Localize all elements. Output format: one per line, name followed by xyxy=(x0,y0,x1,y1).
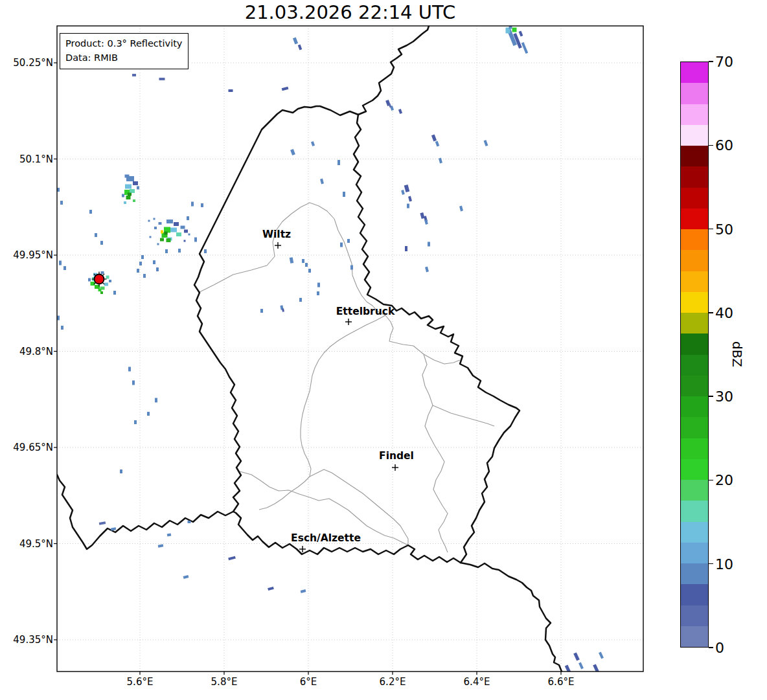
radar-site-marker xyxy=(95,275,104,284)
x-axis-tick-label: 5.8°E xyxy=(211,676,238,688)
country-border-path xyxy=(57,475,233,549)
colorbar-segment xyxy=(681,480,708,501)
radar-map-canvas xyxy=(0,0,767,700)
city-label: Wiltz xyxy=(262,229,291,240)
colorbar-segment xyxy=(681,250,708,271)
radar-echo-cell xyxy=(61,326,63,330)
colorbar-tick-mark xyxy=(709,229,713,229)
district-border-path xyxy=(259,315,385,510)
radar-echo-cell xyxy=(340,243,343,247)
city-label: Ettelbruck xyxy=(336,306,395,317)
colorbar-tick-mark xyxy=(709,647,713,648)
city-label: Esch/Alzette xyxy=(291,532,361,544)
x-axis-tick-label: 6°E xyxy=(300,676,317,688)
colorbar-segment xyxy=(681,313,708,333)
radar-echo-cell xyxy=(565,665,571,675)
country-border-path xyxy=(461,563,562,672)
radar-echo-cell xyxy=(134,420,137,424)
y-axis-tick-label: 49.65°N xyxy=(3,442,53,453)
radar-echo-cell xyxy=(178,249,181,253)
page-title: 21.03.2026 22:14 UTC xyxy=(57,1,643,23)
radar-echo-cell xyxy=(398,109,402,114)
radar-echo-cell xyxy=(299,298,302,302)
radar-echo-cell xyxy=(424,220,428,225)
radar-echo-cell xyxy=(133,199,135,202)
district-border-path xyxy=(424,354,460,364)
radar-echo-cell xyxy=(153,260,155,264)
x-axis-tick-label: 6.6°E xyxy=(548,676,575,688)
radar-echo-cell xyxy=(282,308,284,311)
radar-echo-cell xyxy=(113,291,116,295)
colorbar-segment xyxy=(681,438,708,459)
colorbar-tick-label: 40 xyxy=(715,304,733,321)
radar-echo-cell xyxy=(260,309,263,313)
colorbar-tick-label: 30 xyxy=(715,389,733,405)
radar-echo-cell xyxy=(170,228,177,232)
radar-echo-cell xyxy=(124,201,126,204)
radar-echo-cell xyxy=(148,220,150,222)
radar-echo-cell xyxy=(125,185,132,189)
radar-echo-cell xyxy=(290,257,293,264)
radar-echo-cell xyxy=(431,134,437,141)
y-axis-tick-label: 50.1°N xyxy=(3,153,53,165)
radar-echo-cell xyxy=(305,263,308,267)
radar-echo-cell xyxy=(428,242,430,247)
colorbar-segment xyxy=(681,229,708,250)
radar-echo-cell xyxy=(439,158,442,164)
y-axis-tick-label: 49.95°N xyxy=(3,249,53,261)
radar-echo-cell xyxy=(176,232,181,236)
radar-echo-cell xyxy=(268,587,274,591)
colorbar-segment xyxy=(681,146,708,166)
radar-echo-cell xyxy=(100,241,103,245)
radar-echo-cell xyxy=(111,527,117,530)
radar-map-page: 21.03.2026 22:14 UTC Product: 0.3° Refle… xyxy=(0,0,767,700)
radar-echo-cell xyxy=(88,278,91,282)
radar-echo-cell xyxy=(189,234,190,236)
radar-echo-cell xyxy=(161,231,163,234)
colorbar-segment xyxy=(681,292,708,313)
radar-echo-cell xyxy=(158,544,164,547)
radar-echo-cell xyxy=(407,204,409,209)
y-axis-tick-label: 49.5°N xyxy=(3,538,53,550)
colorbar-segment xyxy=(681,209,708,229)
radar-echo-cell xyxy=(435,141,439,147)
radar-echo-cell xyxy=(404,185,410,192)
radar-echo-cell xyxy=(350,265,353,270)
radar-echo-cell xyxy=(106,276,109,279)
colorbar-segment xyxy=(681,626,708,647)
radar-echo-cell xyxy=(573,653,580,661)
radar-echo-cell xyxy=(301,589,306,593)
colorbar-segment xyxy=(681,188,708,209)
radar-echo-cell xyxy=(320,179,324,185)
district-border-path xyxy=(422,354,448,552)
radar-echo-cell xyxy=(187,216,189,220)
radar-echo-cell xyxy=(184,230,188,233)
radar-echo-cell xyxy=(122,194,124,198)
colorbar-tick-label: 20 xyxy=(715,472,733,488)
radar-echo-cell xyxy=(132,381,135,385)
country-border-path xyxy=(358,26,429,115)
radar-echo-cell xyxy=(63,266,66,270)
radar-echo-cell xyxy=(308,269,311,273)
colorbar-segment xyxy=(681,376,708,396)
radar-echo-cell xyxy=(166,220,173,223)
radar-echo-cell xyxy=(60,201,63,205)
colorbar-segment xyxy=(681,522,708,543)
radar-echo-cell xyxy=(228,556,236,561)
colorbar-segment xyxy=(681,563,708,584)
radar-echo-cell xyxy=(484,140,488,146)
radar-echo-cell xyxy=(165,249,168,253)
radar-echo-cell xyxy=(128,193,132,196)
radar-echo-cell xyxy=(425,267,429,273)
radar-echo-cell xyxy=(167,534,172,537)
radar-echo-cell xyxy=(181,226,185,229)
colorbar-tick-mark xyxy=(709,396,713,396)
radar-echo-cell xyxy=(408,196,412,202)
radar-echo-cell xyxy=(229,89,233,92)
colorbar-segment xyxy=(681,62,708,83)
colorbar-segment xyxy=(681,584,708,605)
product-line: Product: 0.3° Reflectivity xyxy=(65,36,182,51)
radar-echo-cell xyxy=(147,412,150,416)
x-axis-tick-label: 6.2°E xyxy=(380,676,406,688)
colorbar-tick-label: 70 xyxy=(715,54,733,70)
